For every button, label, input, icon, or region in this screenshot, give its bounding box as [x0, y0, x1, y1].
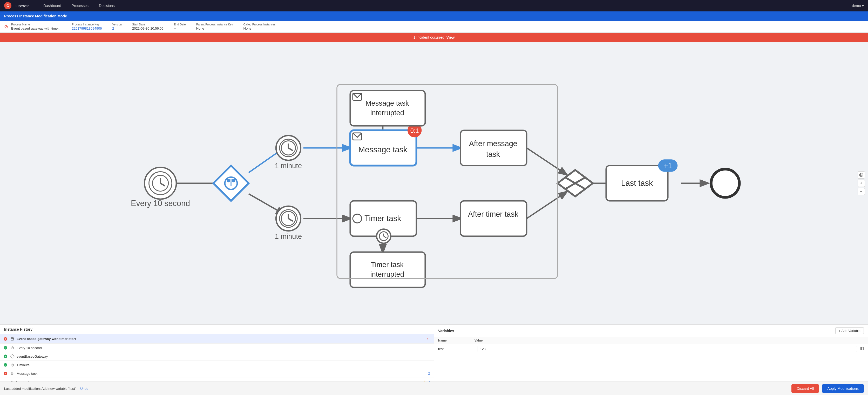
vars-col-value: Value: [474, 339, 864, 342]
process-info-fields: Process Name Event based gateway with ti…: [11, 23, 276, 30]
history-item-0[interactable]: ! Event based gateway with timer start ←: [0, 334, 434, 344]
svg-line-76: [12, 348, 13, 348]
history-list: ! Event based gateway with timer start ←: [0, 334, 434, 382]
history-check-icon-3: [3, 363, 8, 367]
history-type-icon-4: ⚙: [10, 371, 14, 376]
apply-modifications-button[interactable]: Apply Modifications: [822, 384, 864, 393]
field-called-instances: Called Process Instances None: [244, 23, 276, 30]
add-variable-button[interactable]: + Add Variable: [835, 327, 864, 334]
variables-table-header: Name Value: [434, 337, 868, 344]
history-cancel-icon-4[interactable]: ⊘: [428, 371, 431, 375]
history-item-1[interactable]: Every 10 second: [0, 344, 434, 352]
status-text: Last added modification: Add new variabl…: [4, 387, 76, 391]
svg-text:!: !: [5, 372, 6, 375]
svg-text:+1: +1: [664, 162, 672, 170]
field-process-key: Process Instance Key 2251799813694906: [72, 23, 102, 30]
top-navigation: C Operate Dashboard Processes Decisions …: [0, 0, 868, 11]
status-bar: Last added modification: Add new variabl…: [0, 382, 868, 395]
history-type-icon-3: [10, 363, 14, 367]
svg-text:Message task: Message task: [358, 145, 407, 154]
history-item-name-4: Message task: [17, 372, 426, 375]
var-value-input-0[interactable]: [477, 346, 857, 352]
svg-text:1 minute: 1 minute: [275, 162, 302, 170]
history-arrow-indicator: ←: [426, 336, 431, 341]
field-process-name: Process Name Event based gateway with ti…: [11, 23, 62, 30]
instance-history-title: Instance History: [0, 325, 434, 334]
svg-text:1 minute: 1 minute: [275, 232, 302, 240]
svg-point-66: [711, 169, 740, 198]
svg-point-73: [4, 346, 7, 349]
zoom-out-button[interactable]: −: [858, 188, 865, 195]
incident-view-link[interactable]: View: [446, 35, 455, 39]
history-error-icon-4: !: [3, 371, 8, 376]
svg-text:After message: After message: [469, 140, 517, 148]
svg-rect-38: [461, 130, 527, 165]
variables-panel: Variables + Add Variable Name Value test: [434, 325, 868, 382]
svg-point-68: [861, 174, 862, 176]
svg-text:interrupted: interrupted: [370, 270, 404, 278]
history-item-name-3: 1 minute: [17, 363, 431, 367]
app-name: Operate: [16, 4, 30, 8]
history-item-4[interactable]: ! ⚙ Message task ⊘: [0, 369, 434, 378]
zoom-in-button[interactable]: +: [858, 180, 865, 187]
nav-decisions[interactable]: Decisions: [96, 3, 118, 9]
svg-rect-57: [461, 201, 527, 236]
history-type-icon-0: [10, 337, 14, 341]
main-content: Every 10 second 1 minute Message task 0: [0, 42, 868, 382]
variables-header: Variables + Add Variable: [434, 325, 868, 337]
svg-text:After timer task: After timer task: [468, 210, 519, 218]
svg-text:!: !: [5, 338, 6, 340]
zoom-fit-button[interactable]: [858, 171, 865, 179]
process-info-bar: ⊘ Process Name Event based gateway with …: [0, 21, 868, 33]
history-check-icon-1: [3, 345, 8, 350]
history-check-icon-2: [3, 354, 8, 359]
zoom-controls: + −: [858, 171, 865, 195]
svg-text:Message task: Message task: [366, 99, 409, 107]
status-actions: Discard All Apply Modifications: [792, 384, 864, 393]
variables-table: Name Value test: [434, 337, 868, 382]
field-start-date: Start Date 2022-09-30 10:56:06: [132, 23, 163, 30]
incident-banner: 1 Incident occurred View: [0, 33, 868, 42]
history-item-name-1: Every 10 second: [17, 346, 431, 350]
variable-row-0: test: [434, 344, 868, 354]
variables-title: Variables: [438, 329, 454, 333]
undo-button[interactable]: Undo: [80, 387, 88, 391]
history-type-icon-2: [10, 354, 14, 359]
process-error-icon: ⊘: [4, 24, 8, 30]
user-menu[interactable]: demo ▾: [852, 4, 864, 8]
svg-point-78: [4, 363, 7, 366]
field-end-date: End Date --: [174, 23, 186, 30]
svg-text:Timer task: Timer task: [365, 214, 401, 223]
svg-text:task: task: [486, 150, 500, 158]
svg-text:0:1: 0:1: [410, 127, 419, 134]
nav-dashboard[interactable]: Dashboard: [40, 3, 64, 9]
nav-processes[interactable]: Processes: [68, 3, 92, 9]
var-edit-icon-0[interactable]: [860, 347, 864, 351]
history-item-name-2: eventBasedGateway: [17, 355, 431, 358]
discard-all-button[interactable]: Discard All: [792, 384, 819, 393]
svg-text:Last task: Last task: [621, 179, 653, 187]
history-item-5[interactable]: ⚙ Last task ⚠ +: [0, 378, 434, 382]
history-item-3[interactable]: 1 minute: [0, 361, 434, 369]
bpmn-svg: Every 10 second 1 minute Message task 0: [0, 42, 868, 325]
svg-text:interrupted: interrupted: [370, 109, 404, 117]
app-logo: C: [4, 2, 11, 9]
history-item-2[interactable]: eventBasedGateway: [0, 352, 434, 361]
nav-divider: [36, 3, 36, 9]
vars-col-name: Name: [438, 339, 474, 342]
field-parent-key: Parent Process Instance Key None: [196, 23, 233, 30]
bottom-panels: Instance History ! Event based gateway w…: [0, 325, 868, 382]
bpmn-diagram-area[interactable]: Every 10 second 1 minute Message task 0: [0, 42, 868, 325]
svg-rect-85: [862, 347, 863, 350]
svg-point-20: [227, 179, 230, 182]
history-type-icon-1: [10, 345, 14, 350]
var-name-0: test: [438, 347, 474, 351]
svg-text:Timer task: Timer task: [371, 261, 404, 269]
history-plus-button-5[interactable]: +: [428, 380, 431, 382]
history-type-icon-5: ⚙: [9, 380, 14, 382]
status-message: Last added modification: Add new variabl…: [4, 387, 88, 391]
instance-history-panel: Instance History ! Event based gateway w…: [0, 325, 434, 382]
svg-rect-54: [350, 252, 425, 287]
svg-rect-71: [11, 337, 14, 340]
svg-point-77: [4, 355, 7, 358]
